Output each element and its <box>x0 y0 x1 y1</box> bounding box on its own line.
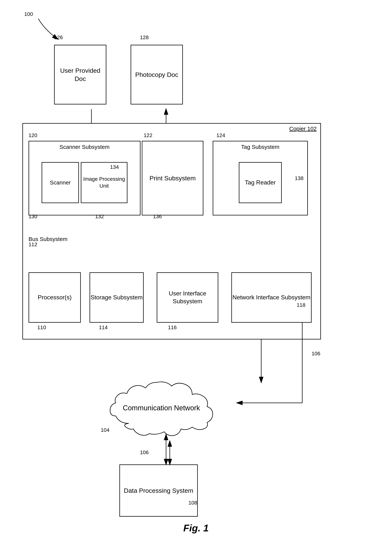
ref-114-label: 114 <box>99 324 108 331</box>
ref-126-label: 126 <box>54 34 63 40</box>
print-subsystem-text: Print Subsystem <box>149 174 196 182</box>
data-processing-system-text: Data Processing System <box>124 486 193 495</box>
storage-subsystem-text: Storage Subsystem <box>91 293 142 301</box>
image-processing-unit-box: Image Processing Unit <box>81 162 127 203</box>
ref-128-label: 128 <box>140 34 149 40</box>
scanner-text: Scanner <box>50 179 71 186</box>
scanner-box: Scanner <box>42 162 79 203</box>
tag-reader-box: Tag Reader <box>239 162 282 203</box>
print-subsystem-box: Print Subsystem <box>142 141 203 216</box>
image-processing-unit-text: Image Processing Unit <box>81 176 127 189</box>
ref-110-label: 110 <box>37 324 46 331</box>
ref-134-label: 134 <box>110 164 119 170</box>
storage-subsystem-box: Storage Subsystem <box>90 272 144 323</box>
network-interface-subsystem-text: Network Interface Subsystem <box>233 293 310 301</box>
tag-subsystem-box: Tag Subsystem Tag Reader <box>213 141 308 216</box>
ref-106-top-label: 106 <box>312 351 320 357</box>
ref-118-label: 118 <box>297 302 306 308</box>
user-interface-subsystem-text: User Interface Subsystem <box>157 290 218 305</box>
ref-106-bot-label: 106 <box>140 449 149 456</box>
communication-network-text: Communication Network <box>123 404 200 412</box>
user-interface-subsystem-box: User Interface Subsystem <box>157 272 218 323</box>
data-processing-system-box: Data Processing System <box>119 464 198 517</box>
ref-130-label: 130 <box>29 214 37 220</box>
scanner-subsystem-label: Scanner Subsystem <box>31 143 138 151</box>
photocopy-doc-box: Photocopy Doc <box>131 45 183 104</box>
photocopy-doc-text: Photocopy Doc <box>135 70 178 79</box>
ref-100-label: 100 <box>24 11 33 17</box>
ref-108-label: 108 <box>188 500 197 506</box>
ref-122-label: 122 <box>144 132 152 138</box>
processors-text: Processor(s) <box>38 293 71 301</box>
network-interface-subsystem-box: Network Interface Subsystem <box>231 272 312 323</box>
ref-112-label: 112 <box>29 241 37 247</box>
communication-network-cloud: Communication Network <box>101 364 241 442</box>
ref-132-label: 132 <box>95 214 104 220</box>
ref-136-label: 136 <box>153 214 162 220</box>
scanner-subsystem-box: Scanner Subsystem Scanner Image Processi… <box>29 141 141 216</box>
tag-reader-text: Tag Reader <box>245 179 275 186</box>
tag-subsystem-label: Tag Subsystem <box>215 143 306 151</box>
figure-caption: Fig. 1 <box>0 522 392 534</box>
user-provided-doc-box: User Provided Doc <box>54 45 106 104</box>
ref-120-label: 120 <box>29 132 37 138</box>
ref-124-label: 124 <box>216 132 225 138</box>
diagram: 100 126 User Provided Doc 128 Photocopy … <box>0 0 392 556</box>
ref-116-label: 116 <box>168 324 177 331</box>
user-provided-doc-text: User Provided Doc <box>55 66 106 83</box>
processors-box: Processor(s) <box>29 272 81 323</box>
ref-104-label: 104 <box>101 427 110 433</box>
ref-138-label: 138 <box>295 175 304 181</box>
copier-label: Copier 102 <box>289 125 317 132</box>
bus-subsystem-label: Bus Subsystem <box>29 236 67 242</box>
